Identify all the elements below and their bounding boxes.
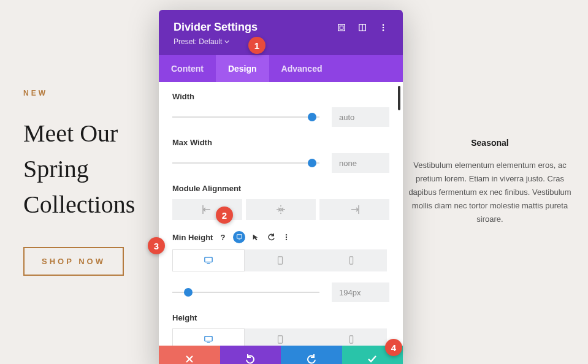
step-marker-1: 1 xyxy=(248,37,265,54)
align-center-button[interactable] xyxy=(246,199,316,220)
undo-button[interactable] xyxy=(220,346,281,364)
panel-tabs: Content Design Advanced xyxy=(159,55,403,82)
max-width-slider-thumb[interactable] xyxy=(308,159,316,167)
module-alignment-label: Module Alignment xyxy=(172,184,389,193)
width-input[interactable] xyxy=(332,107,389,127)
svg-rect-0 xyxy=(338,24,345,31)
svg-point-17 xyxy=(286,237,287,238)
help-icon[interactable]: ? xyxy=(218,232,227,242)
width-slider-thumb[interactable] xyxy=(308,113,316,121)
hero-heading: Meet Our Spring Collections xyxy=(23,116,164,222)
panel-body: Width Max Width Module Alignme xyxy=(159,82,403,346)
svg-point-18 xyxy=(286,239,287,240)
svg-rect-22 xyxy=(349,257,353,264)
height-label: Height xyxy=(172,313,389,322)
tab-advanced[interactable]: Advanced xyxy=(269,55,335,82)
device-desktop-tab[interactable] xyxy=(172,249,245,271)
device-tablet-tab[interactable] xyxy=(245,249,316,271)
device-phone-tab[interactable] xyxy=(316,249,387,271)
field-module-alignment: Module Alignment xyxy=(172,184,389,220)
height-device-phone-tab[interactable] xyxy=(316,328,387,346)
svg-rect-26 xyxy=(349,336,353,343)
width-label: Width xyxy=(172,92,389,101)
tab-content[interactable]: Content xyxy=(159,55,216,82)
min-height-input[interactable] xyxy=(332,282,389,302)
panel-footer xyxy=(159,346,403,364)
aside-text: Vestibulum elementum elementum eros, ac … xyxy=(404,159,576,226)
svg-rect-1 xyxy=(340,26,343,29)
redo-button[interactable] xyxy=(281,346,342,364)
height-device-desktop-tab[interactable] xyxy=(172,328,245,346)
svg-point-4 xyxy=(383,24,384,26)
min-height-label: Min Height xyxy=(172,233,213,242)
max-width-label: Max Width xyxy=(172,138,389,147)
svg-rect-21 xyxy=(278,257,283,264)
preset-selector[interactable]: Preset: Default xyxy=(174,37,229,46)
width-slider[interactable] xyxy=(172,111,319,123)
svg-rect-14 xyxy=(237,234,242,238)
shop-now-button[interactable]: SHOP NOW xyxy=(23,247,124,276)
preset-label: Preset: Default xyxy=(174,37,222,46)
tab-design[interactable]: Design xyxy=(216,55,269,82)
step-marker-2: 2 xyxy=(216,207,233,224)
min-height-slider[interactable] xyxy=(172,286,319,298)
scrollbar[interactable] xyxy=(398,86,400,110)
svg-rect-25 xyxy=(278,336,283,343)
aside-title: Seasonal xyxy=(404,138,576,148)
page-hero-left: NEW Meet Our Spring Collections SHOP NOW xyxy=(23,89,164,276)
svg-point-6 xyxy=(383,29,384,31)
max-width-input[interactable] xyxy=(332,153,389,173)
divider-settings-panel: Divider Settings Preset: Default Content… xyxy=(159,10,403,364)
step-marker-4: 4 xyxy=(385,339,402,356)
responsive-icon[interactable] xyxy=(233,231,245,243)
badge-new: NEW xyxy=(23,89,164,97)
panel-header: Divider Settings Preset: Default xyxy=(159,10,403,55)
page-aside: Seasonal Vestibulum elementum elementum … xyxy=(404,138,576,226)
field-max-width: Max Width xyxy=(172,138,389,173)
field-width: Width xyxy=(172,92,389,127)
max-width-slider[interactable] xyxy=(172,157,319,169)
expand-icon[interactable] xyxy=(337,23,346,32)
svg-rect-23 xyxy=(205,336,212,341)
panel-title: Divider Settings xyxy=(174,21,258,34)
height-device-tablet-tab[interactable] xyxy=(245,328,316,346)
min-height-slider-thumb[interactable] xyxy=(184,288,193,297)
svg-rect-19 xyxy=(205,257,212,262)
hover-icon[interactable] xyxy=(251,232,261,242)
align-right-button[interactable] xyxy=(319,199,389,220)
svg-point-5 xyxy=(383,26,384,28)
step-marker-3: 3 xyxy=(148,237,165,254)
columns-icon[interactable] xyxy=(357,23,367,32)
more-icon[interactable] xyxy=(378,23,388,32)
reset-icon[interactable] xyxy=(266,232,276,242)
more-options-icon[interactable] xyxy=(281,232,291,242)
field-min-height: Min Height ? xyxy=(172,231,389,302)
svg-point-16 xyxy=(286,234,287,235)
field-height: Height xyxy=(172,313,389,346)
cancel-button[interactable] xyxy=(159,346,220,364)
